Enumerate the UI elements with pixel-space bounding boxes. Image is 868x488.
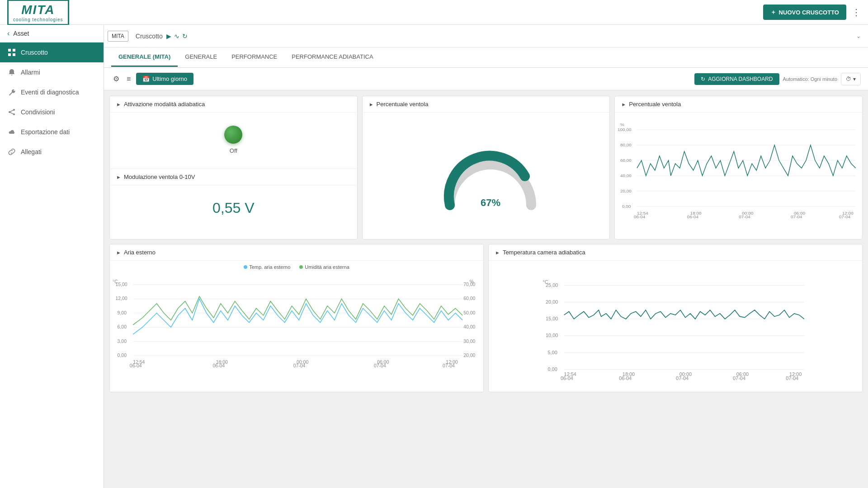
sidebar-back-button[interactable]: ‹ bbox=[7, 29, 9, 38]
card-attivazione-header[interactable]: ► Attivazione modalità adiabatica bbox=[110, 96, 357, 113]
main-area: ‹ Asset Cruscotto Allarmi Eventi di bbox=[0, 25, 868, 488]
tab-performance[interactable]: PERFORMANCE bbox=[224, 48, 284, 67]
dashboard-content: ► Attivazione modalità adiabatica Off ► … bbox=[104, 90, 868, 488]
card-temp-header[interactable]: ► Temperatura camera adiabatica bbox=[489, 244, 862, 261]
link-icon bbox=[7, 147, 16, 156]
card-aria-expand-icon: ► bbox=[116, 250, 121, 255]
card-modulazione-body: 0,55 V bbox=[110, 185, 357, 230]
top-bar-right: ＋ NUOVO CRUSCOTTO ⋮ bbox=[763, 5, 861, 20]
card-chart-body: % 100,00 80,00 6 bbox=[615, 113, 862, 239]
tab-performance-adiabatica[interactable]: PERFORMANCE ADIABATICA bbox=[284, 48, 380, 67]
sidebar-cruscotto-label: Cruscotto bbox=[21, 49, 48, 56]
svg-text:07-04: 07-04 bbox=[443, 363, 455, 368]
sidebar-item-cruscotto[interactable]: Cruscotto bbox=[0, 42, 104, 62]
bell-icon bbox=[7, 68, 16, 77]
legend-temp-label: Temp. aria esterno bbox=[249, 264, 290, 270]
content-area: MITA Cruscotto ▶ ∿ ↻ ⌄ GENERALE (MITA) bbox=[104, 25, 868, 488]
toggle-status-indicator bbox=[224, 126, 242, 144]
tab-generale-mita[interactable]: GENERALE (MITA) bbox=[111, 48, 178, 67]
collapse-chevron[interactable]: ⌄ bbox=[856, 33, 861, 39]
svg-text:10,00: 10,00 bbox=[546, 333, 558, 338]
ventola-chart-svg: % 100,00 80,00 6 bbox=[617, 116, 860, 225]
aria-chart-svg: °C % 15,00 bbox=[112, 275, 481, 375]
aggiorna-dashboard-button[interactable]: ↻ AGGIORNA DASHBOARD bbox=[694, 73, 779, 85]
logo-subtitle: cooling technologies bbox=[13, 17, 63, 22]
card-aria-title: Aria esterno bbox=[124, 249, 156, 256]
svg-text:07-04: 07-04 bbox=[733, 375, 745, 381]
new-dashboard-button[interactable]: ＋ NUOVO CRUSCOTTO bbox=[763, 5, 846, 20]
time-range-label: Ultimo giorno bbox=[152, 75, 187, 82]
share-icon bbox=[7, 108, 16, 117]
svg-text:07-04: 07-04 bbox=[374, 363, 386, 368]
sidebar-allarmi-label: Allarmi bbox=[21, 69, 40, 76]
refresh-icon: ↻ bbox=[701, 76, 705, 82]
play-icon: ▶ bbox=[166, 33, 171, 40]
card-modulazione-header[interactable]: ► Modulazione ventola 0-10V bbox=[110, 169, 357, 185]
toolbar-right: ↻ AGGIORNA DASHBOARD Automatico: Ogni mi… bbox=[694, 73, 861, 85]
time-icon: ⏱ bbox=[846, 76, 851, 82]
calendar-icon: 📅 bbox=[142, 75, 150, 82]
card-modulazione-title: Modulazione ventola 0-10V bbox=[124, 174, 195, 180]
card-percentuale-chart: ► Percentuale ventola % bbox=[614, 96, 863, 239]
svg-text:15,00: 15,00 bbox=[546, 316, 558, 321]
card-temp-body: °C 25,00 20,00 1 bbox=[489, 274, 862, 392]
svg-text:60,00: 60,00 bbox=[620, 158, 632, 163]
svg-rect-2 bbox=[8, 53, 11, 56]
svg-rect-0 bbox=[8, 49, 11, 52]
filter-icon: ≡ bbox=[127, 75, 131, 83]
settings-icon: ⚙ bbox=[113, 75, 119, 83]
card-attivazione: ► Attivazione modalità adiabatica Off ► … bbox=[109, 96, 358, 239]
logo-box: MITA cooling technologies bbox=[7, 0, 69, 25]
svg-text:6,00: 6,00 bbox=[118, 324, 127, 329]
wifi-icon: ∿ bbox=[174, 33, 179, 40]
voltage-value: 0,55 V bbox=[212, 200, 255, 216]
sidebar-item-condivisioni[interactable]: Condivisioni bbox=[0, 102, 104, 122]
svg-text:07-04: 07-04 bbox=[839, 214, 851, 219]
legend-umidita-label: Umidità aria esterna bbox=[305, 264, 349, 270]
sidebar-condivisioni-label: Condivisioni bbox=[21, 108, 55, 116]
svg-text:9,00: 9,00 bbox=[118, 310, 127, 315]
toggle-status-label: Off bbox=[230, 147, 237, 154]
svg-text:06-04: 06-04 bbox=[561, 375, 573, 381]
device-label: MITA bbox=[112, 33, 124, 39]
card-chart-header[interactable]: ► Percentuale ventola bbox=[615, 96, 862, 113]
svg-text:07-04: 07-04 bbox=[676, 375, 689, 381]
card-aria-header[interactable]: ► Aria esterno bbox=[110, 244, 483, 261]
tab-generale[interactable]: GENERALE bbox=[178, 48, 224, 67]
tab-generale-mita-label: GENERALE (MITA) bbox=[118, 53, 170, 60]
device-status-icons: ▶ ∿ ↻ bbox=[166, 33, 188, 40]
svg-text:40,00: 40,00 bbox=[463, 324, 475, 329]
more-options-button[interactable]: ⋮ bbox=[852, 7, 861, 18]
device-selector[interactable]: MITA bbox=[108, 31, 128, 42]
legend-umidita: Umidità aria esterna bbox=[299, 264, 349, 270]
svg-text:50,00: 50,00 bbox=[463, 310, 475, 315]
sidebar-item-allarmi[interactable]: Allarmi bbox=[0, 62, 104, 82]
card-attivazione-body: Off bbox=[110, 113, 357, 167]
time-options-button[interactable]: ⏱ ▾ bbox=[841, 73, 861, 85]
svg-text:12,00: 12,00 bbox=[115, 296, 127, 301]
breadcrumb-label: Cruscotto bbox=[136, 33, 163, 40]
card-gauge-header[interactable]: ► Percentuale ventola bbox=[363, 96, 610, 113]
time-range-button[interactable]: 📅 Ultimo giorno bbox=[136, 73, 193, 85]
card-gauge-title: Percentuale ventola bbox=[377, 101, 429, 108]
svg-text:25,00: 25,00 bbox=[546, 282, 558, 288]
svg-text:15,00: 15,00 bbox=[115, 282, 127, 287]
toolbar: ⚙ ≡ 📅 Ultimo giorno ↻ AGGIORNA DASHBOARD bbox=[104, 68, 868, 90]
sidebar-item-esportazione[interactable]: Esportazione dati bbox=[0, 122, 104, 142]
tab-generale-label: GENERALE bbox=[185, 53, 217, 60]
dashboard-add-icon: ＋ bbox=[770, 8, 776, 16]
tab-performance-label: PERFORMANCE bbox=[231, 53, 277, 60]
svg-text:07-04: 07-04 bbox=[786, 375, 798, 381]
dashboard-row-2: ► Aria esterno Temp. aria esterno Um bbox=[109, 244, 863, 392]
temp-chart-svg: °C 25,00 20,00 1 bbox=[491, 278, 860, 382]
sidebar-item-allegati[interactable]: Allegati bbox=[0, 142, 104, 162]
card-temp-expand-icon: ► bbox=[495, 250, 500, 255]
sidebar-item-eventi[interactable]: Eventi di diagnostica bbox=[0, 82, 104, 102]
dashboard-row-1: ► Attivazione modalità adiabatica Off ► … bbox=[109, 96, 863, 239]
aggiorna-label: AGGIORNA DASHBOARD bbox=[708, 76, 773, 82]
toolbar-left: ⚙ ≡ 📅 Ultimo giorno bbox=[111, 73, 193, 85]
sidebar: ‹ Asset Cruscotto Allarmi Eventi di bbox=[0, 25, 104, 488]
settings-button[interactable]: ⚙ bbox=[111, 73, 121, 85]
filter-button[interactable]: ≡ bbox=[125, 73, 132, 85]
refresh-small-icon: ↻ bbox=[182, 33, 188, 40]
